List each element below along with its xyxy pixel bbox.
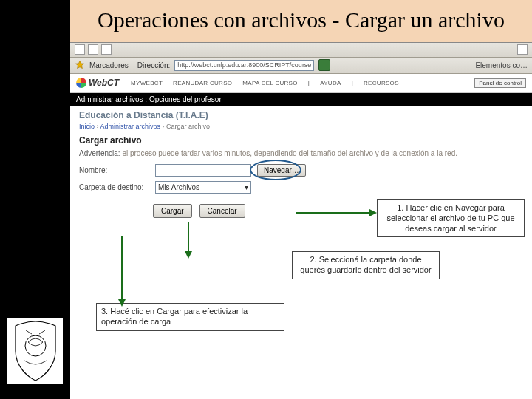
- elements-dropdown[interactable]: Elementos co…: [473, 61, 528, 69]
- nombre-input[interactable]: [155, 164, 251, 177]
- callout-1: 1. Hacer clic en Navegar para selecciona…: [377, 200, 525, 237]
- address-input[interactable]: [174, 60, 314, 71]
- nav-mywebct[interactable]: MYWEBCT: [131, 80, 163, 86]
- cancelar-button[interactable]: Cancelar: [200, 204, 245, 218]
- nav-ayuda[interactable]: AYUDA: [320, 80, 341, 86]
- row-carpeta: Carpeta de destino: Mis Archivos ▾: [79, 181, 523, 194]
- browser-toolbar: [70, 43, 532, 58]
- callout-2: 2. Seleccioná la carpeta donde querés gu…: [292, 251, 440, 279]
- nav-reanudar[interactable]: REANUDAR CURSO: [173, 80, 232, 86]
- toolbar-icon[interactable]: [517, 44, 528, 55]
- breadcrumb: Inicio › Administrar archivos › Cargar a…: [79, 123, 523, 130]
- slide-title: Operaciones con archivos - Cargar un arc…: [85, 7, 517, 33]
- nav-recursos[interactable]: RECURSOS: [364, 80, 399, 86]
- panel-control-button[interactable]: Panel de control: [474, 78, 526, 88]
- slide-title-area: Operaciones con archivos - Cargar un arc…: [70, 0, 532, 42]
- webct-logo: WebCT: [76, 78, 119, 88]
- crest-image: [7, 318, 63, 384]
- callout-3: 3. Hacé clic en Cargar para efectivizar …: [96, 303, 284, 331]
- slide-main: Operaciones con archivos - Cargar un arc…: [70, 0, 532, 399]
- slide-left-column: [0, 0, 70, 399]
- breadcrumb-current: Cargar archivo: [166, 123, 210, 130]
- bookmarks-label[interactable]: Marcadores: [89, 61, 129, 69]
- address-label: Dirección:: [137, 61, 170, 69]
- toolbar-icon[interactable]: [75, 44, 85, 55]
- breadcrumb-admin[interactable]: Administrar archivos: [100, 123, 161, 130]
- go-button[interactable]: [318, 59, 330, 71]
- navegar-button[interactable]: Navegar…: [257, 164, 306, 177]
- webct-swirl-icon: [76, 78, 86, 88]
- breadcrumb-home[interactable]: Inicio: [79, 123, 95, 130]
- toolbar-icon[interactable]: [88, 44, 98, 55]
- nav-mapa[interactable]: MAPA DEL CURSO: [242, 80, 297, 86]
- row-nombre: Nombre: Navegar…: [79, 164, 523, 177]
- course-title: Educación a Distancia (T.I.A.E): [79, 110, 523, 120]
- section-heading: Cargar archivo: [79, 135, 523, 146]
- context-bar: Administrar archivos : Opciones del prof…: [70, 93, 532, 106]
- bookmark-star-icon[interactable]: [75, 60, 85, 70]
- webct-nav: MYWEBCT REANUDAR CURSO MAPA DEL CURSO | …: [131, 80, 399, 86]
- cargar-button[interactable]: Cargar: [153, 204, 192, 218]
- carpeta-label: Carpeta de destino:: [79, 183, 149, 191]
- browser-address-bar: Marcadores Dirección: Elementos co…: [70, 58, 532, 74]
- toolbar-icon[interactable]: [101, 44, 112, 55]
- chevron-down-icon: ▾: [245, 183, 248, 191]
- carpeta-select[interactable]: Mis Archivos ▾: [155, 181, 251, 194]
- webct-header: WebCT MYWEBCT REANUDAR CURSO MAPA DEL CU…: [70, 74, 532, 93]
- nombre-label: Nombre:: [79, 166, 149, 174]
- warning-text: Advertencia: el proceso puede tardar var…: [79, 149, 523, 157]
